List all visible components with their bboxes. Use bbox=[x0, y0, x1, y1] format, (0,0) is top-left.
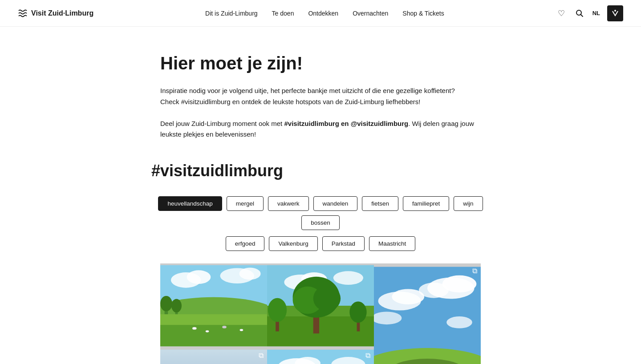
photo-tree-green[interactable] bbox=[267, 263, 374, 348]
nav-actions: ♡ NL bbox=[556, 5, 623, 21]
tag-parkstad[interactable]: Parkstad bbox=[322, 236, 365, 251]
language-selector[interactable]: NL bbox=[592, 10, 600, 16]
photo-grid: ⧉ ⧉ bbox=[151, 263, 490, 364]
logo-text: Visit Zuid·Limburg bbox=[31, 9, 93, 17]
site-logo[interactable]: Visit Zuid·Limburg bbox=[18, 9, 93, 18]
heart-icon: ♡ bbox=[558, 8, 565, 18]
tag-filters-row2: erfgoed Valkenburg Parkstad Maastricht bbox=[151, 236, 490, 251]
tag-erfgoed[interactable]: erfgoed bbox=[226, 236, 265, 251]
tag-bossen[interactable]: bossen bbox=[301, 215, 340, 230]
photo-meadow-wide[interactable] bbox=[160, 263, 267, 348]
share-hashtag[interactable]: #visitzuidlimburg en @visitzuidlimburg bbox=[284, 120, 408, 127]
tag-valkenburg[interactable]: Valkenburg bbox=[269, 236, 317, 251]
svg-point-3 bbox=[614, 10, 616, 12]
nav-shop-tickets[interactable]: Shop & Tickets bbox=[402, 10, 444, 17]
tag-heuvellandschap[interactable]: heuvellandschap bbox=[158, 196, 222, 211]
photo-haze-svg bbox=[160, 348, 267, 364]
tag-mergel[interactable]: mergel bbox=[227, 196, 264, 211]
svg-point-23 bbox=[333, 271, 363, 285]
svg-point-11 bbox=[160, 296, 172, 311]
nav-te-doen[interactable]: Te doen bbox=[272, 10, 294, 17]
page-description: Inspiratie nodig voor je volgend uitje, … bbox=[160, 85, 463, 108]
photo-haze-field[interactable]: ⧉ bbox=[160, 348, 267, 364]
svg-rect-15 bbox=[160, 325, 267, 346]
svg-point-17 bbox=[206, 330, 209, 332]
multi-photo-icon-4: ⧉ bbox=[259, 352, 264, 360]
hashtag-section: #visitzuidlimburg heuvellandschap mergel… bbox=[142, 162, 499, 251]
tag-wandelen[interactable]: wandelen bbox=[313, 196, 358, 211]
share-cta: Deel jouw Zuid-Limburg moment ook met #v… bbox=[160, 118, 481, 141]
svg-point-19 bbox=[240, 329, 243, 331]
logo-icon bbox=[18, 9, 28, 18]
svg-point-29 bbox=[313, 286, 341, 311]
photo-sky-path[interactable]: ⧉ bbox=[374, 263, 481, 364]
intro-section: Hier moet je zijn! Inspiratie nodig voor… bbox=[151, 27, 490, 140]
svg-point-18 bbox=[222, 326, 227, 328]
multi-photo-icon-5: ⧉ bbox=[365, 352, 370, 360]
svg-rect-59 bbox=[160, 350, 267, 364]
tag-familiepret[interactable]: familiepret bbox=[403, 196, 449, 211]
svg-line-1 bbox=[580, 14, 583, 16]
search-button[interactable] bbox=[574, 8, 585, 19]
multi-photo-icon-3: ⧉ bbox=[472, 267, 477, 275]
hashtag-title: #visitzuidlimburg bbox=[151, 162, 490, 180]
search-icon bbox=[576, 9, 584, 17]
svg-point-13 bbox=[171, 299, 182, 313]
tag-maastricht[interactable]: Maastricht bbox=[369, 236, 415, 251]
photo-hay-svg bbox=[267, 348, 374, 364]
nav-dit-is-zuidlimburg[interactable]: Dit is Zuid-Limburg bbox=[205, 10, 257, 17]
main-nav: Visit Zuid·Limburg Dit is Zuid-Limburg T… bbox=[0, 0, 641, 27]
share-prefix: Deel jouw Zuid-Limburg moment ook met bbox=[160, 120, 284, 127]
tag-fietsen[interactable]: fietsen bbox=[362, 196, 398, 211]
photo-meadow-svg bbox=[160, 263, 267, 348]
tag-filters-row1: heuvellandschap mergel vakwerk wandelen … bbox=[151, 196, 490, 230]
nav-overnachten[interactable]: Overnachten bbox=[353, 10, 388, 17]
photo-tree-svg bbox=[267, 263, 374, 348]
photo-hay-bales[interactable]: ⧉ bbox=[267, 348, 374, 364]
svg-point-39 bbox=[392, 289, 424, 305]
svg-point-6 bbox=[187, 270, 211, 284]
nav-links: Dit is Zuid-Limburg Te doen Ontdekken Ov… bbox=[205, 9, 444, 17]
nav-ontdekken[interactable]: Ontdekken bbox=[308, 10, 338, 17]
page-title: Hier moet je zijn! bbox=[160, 53, 481, 73]
svg-point-41 bbox=[446, 316, 472, 328]
svg-point-16 bbox=[192, 327, 197, 330]
wishlist-button[interactable]: ♡ bbox=[556, 7, 567, 20]
vzl-logo bbox=[611, 9, 620, 18]
photo-sky-path-svg bbox=[374, 263, 481, 364]
tag-vakwerk[interactable]: vakwerk bbox=[268, 196, 309, 211]
svg-point-31 bbox=[268, 298, 287, 322]
brand-badge[interactable] bbox=[607, 5, 623, 21]
svg-point-33 bbox=[349, 301, 366, 323]
tag-wijn[interactable]: wijn bbox=[454, 196, 483, 211]
svg-point-8 bbox=[239, 268, 261, 280]
